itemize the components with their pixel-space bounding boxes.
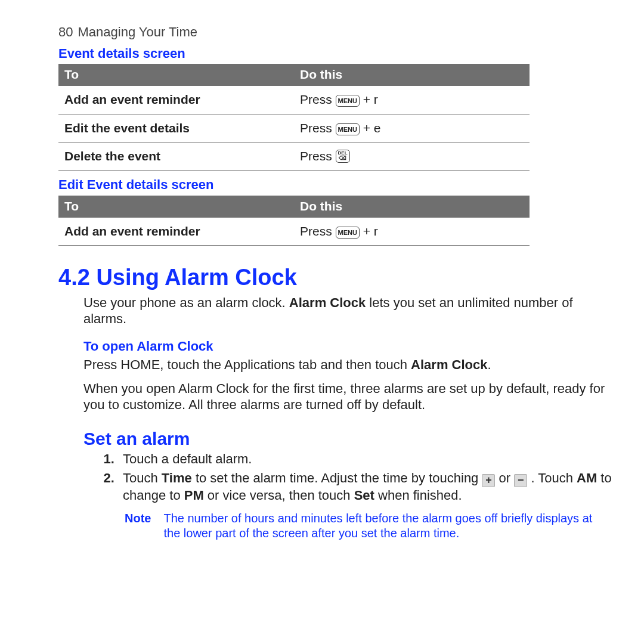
chapter-title: Managing Your Time — [78, 24, 197, 39]
edit-event-details-table: To Do this Add an event reminder Press M… — [58, 196, 530, 246]
manual-page: 80Managing Your Time Event details scree… — [0, 0, 644, 543]
table-row: Add an event reminder Press MENU + r — [58, 86, 530, 114]
subsection-edit-event-details: Edit Event details screen — [58, 177, 613, 193]
note-block: Note The number of hours and minutes lef… — [123, 509, 613, 543]
cell-do: Press MENU + r — [294, 86, 530, 114]
table-header-row: To Do this — [58, 64, 530, 86]
table-row: Edit the event details Press MENU + e — [58, 114, 530, 142]
page-number: 80 — [58, 24, 73, 39]
menu-key-icon: MENU — [336, 95, 360, 107]
subsection-event-details: Event details screen — [58, 45, 613, 62]
alarm-body: Use your phone as an alarm clock. Alarm … — [83, 295, 613, 543]
set-alarm-steps: Touch a default alarm. Touch Time to set… — [83, 451, 613, 543]
cell-to: Delete the event — [58, 142, 294, 170]
open-alarm-defaults: When you open Alarm Clock for the first … — [83, 380, 613, 413]
cell-do: Press DEL⌫ — [294, 142, 530, 170]
table-header-row: To Do this — [58, 196, 530, 218]
col-do: Do this — [294, 196, 530, 218]
menu-key-icon: MENU — [336, 227, 360, 239]
menu-key-icon: MENU — [336, 123, 360, 135]
note-label: Note — [124, 510, 162, 541]
table-row: Delete the event Press DEL⌫ — [58, 142, 530, 170]
cell-do: Press MENU + e — [294, 114, 530, 142]
cell-to: Edit the event details — [58, 114, 294, 142]
table-row: Add an event reminder Press MENU + r — [58, 218, 530, 246]
running-head: 80Managing Your Time — [58, 24, 613, 41]
subsection-open-alarm: To open Alarm Clock — [83, 338, 613, 355]
step-2: Touch Time to set the alarm time. Adjust… — [118, 470, 613, 543]
minus-icon: − — [514, 474, 527, 487]
note-text: The number of hours and minutes left bef… — [163, 510, 612, 541]
del-key-icon: DEL⌫ — [336, 150, 350, 163]
col-to: To — [58, 196, 294, 218]
step-1: Touch a default alarm. — [118, 451, 613, 467]
cell-to: Add an event reminder — [58, 86, 294, 114]
plus-icon: + — [482, 474, 495, 487]
alarm-intro: Use your phone as an alarm clock. Alarm … — [83, 295, 613, 327]
cell-do: Press MENU + r — [294, 218, 530, 246]
cell-to: Add an event reminder — [58, 218, 294, 246]
subsection-set-alarm: Set an alarm — [83, 428, 613, 450]
col-do: Do this — [294, 64, 530, 86]
section-heading-alarm: 4.2 Using Alarm Clock — [58, 264, 613, 292]
event-details-table: To Do this Add an event reminder Press M… — [58, 64, 530, 171]
col-to: To — [58, 64, 294, 86]
open-alarm-instruction: Press HOME, touch the Applications tab a… — [83, 357, 613, 373]
